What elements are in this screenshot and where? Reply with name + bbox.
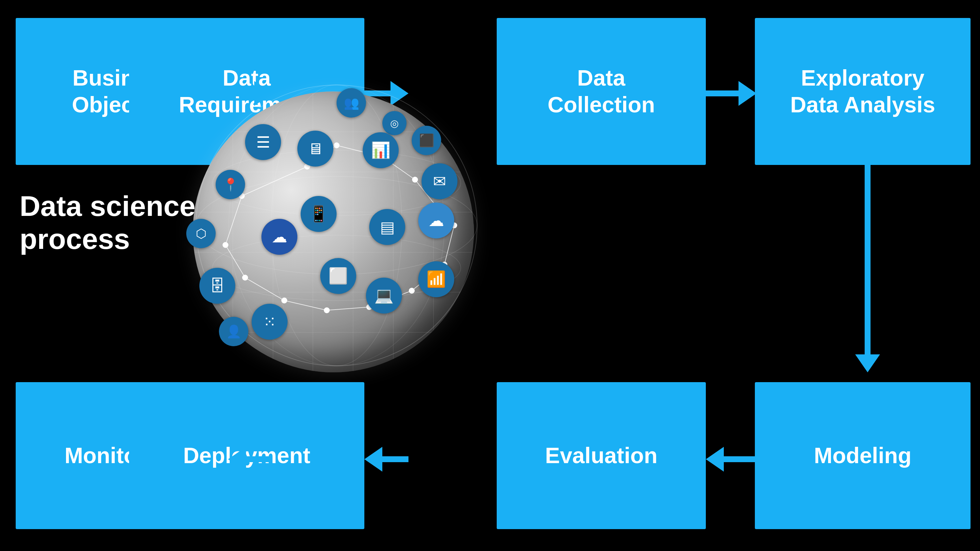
arrow-modeling-to-eval [706, 447, 756, 472]
cloud-light-icon-circle: ☁ [418, 203, 454, 238]
globe-network-lines [160, 75, 513, 418]
svg-line-14 [284, 300, 327, 310]
network-icon-circle: ⬡ [186, 219, 216, 248]
arrow-head [738, 81, 756, 106]
arrow-body [706, 91, 738, 96]
globe-visualization: ☰ 📍 ⬡ 🗄 👤 ⁙ 👥 ◎ 🖥 📊 📱 ☁ ▤ ☁ ✉ ⬛ ⬜ 💻 📶 [160, 75, 513, 418]
arrow-head-left [706, 447, 724, 472]
arrow-dc-to-eda [706, 81, 756, 106]
eda-label: Exploratory Data Analysis [790, 65, 935, 118]
document-icon-circle: ☰ [245, 124, 281, 160]
wifi-icon-circle: 📶 [418, 261, 454, 297]
server-icon-circle: ▤ [369, 209, 405, 245]
arrow-deploy-to-monitor [228, 447, 272, 472]
user-icon-circle: 👤 [219, 317, 248, 346]
database-icon-circle: 🗄 [199, 268, 235, 304]
data-collection-box: Data Collection [497, 18, 706, 165]
svg-point-26 [282, 297, 287, 303]
evaluation-label: Evaluation [545, 442, 657, 469]
coin-icon-circle: ◎ [382, 111, 407, 135]
svg-point-32 [412, 177, 418, 183]
data-collection-label: Data Collection [548, 65, 655, 118]
arrow-body [382, 456, 409, 462]
phone-icon-circle: 📱 [301, 196, 337, 232]
arrow-body [246, 456, 272, 462]
svg-point-21 [334, 142, 339, 148]
evaluation-box: Evaluation [497, 382, 706, 529]
scatter-icon-circle: ⁙ [251, 304, 288, 340]
eda-box: Exploratory Data Analysis [755, 18, 970, 165]
email-icon-circle: ✉ [422, 163, 458, 199]
svg-line-15 [327, 307, 369, 310]
svg-point-27 [324, 307, 330, 313]
svg-point-29 [409, 288, 415, 294]
arrow-head-left [364, 447, 382, 472]
arrow-v-head [855, 354, 880, 372]
svg-line-11 [226, 196, 242, 245]
laptop-icon-circle: 💻 [366, 278, 402, 314]
group-icon-circle: 👥 [337, 88, 366, 118]
svg-line-6 [242, 167, 307, 196]
server-rack-icon-circle: ⬛ [412, 126, 441, 155]
arrow-eval-to-deploy [364, 447, 409, 472]
barchart-icon-circle: 📊 [363, 132, 399, 168]
cloud-dark-icon-circle: ☁ [261, 219, 298, 255]
modeling-label: Modeling [814, 442, 912, 469]
modeling-box: Modeling [755, 382, 970, 529]
tablet-icon-circle: ⬜ [320, 258, 356, 294]
arrow-v-body [865, 165, 870, 354]
arrow-eda-to-modeling [855, 165, 880, 372]
arrow-body [724, 456, 756, 462]
arrow-head-left [228, 447, 246, 472]
svg-point-25 [242, 275, 248, 281]
location-icon-circle: 📍 [216, 170, 245, 199]
monitor-icon-circle: 🖥 [298, 131, 333, 167]
svg-point-24 [223, 242, 228, 248]
